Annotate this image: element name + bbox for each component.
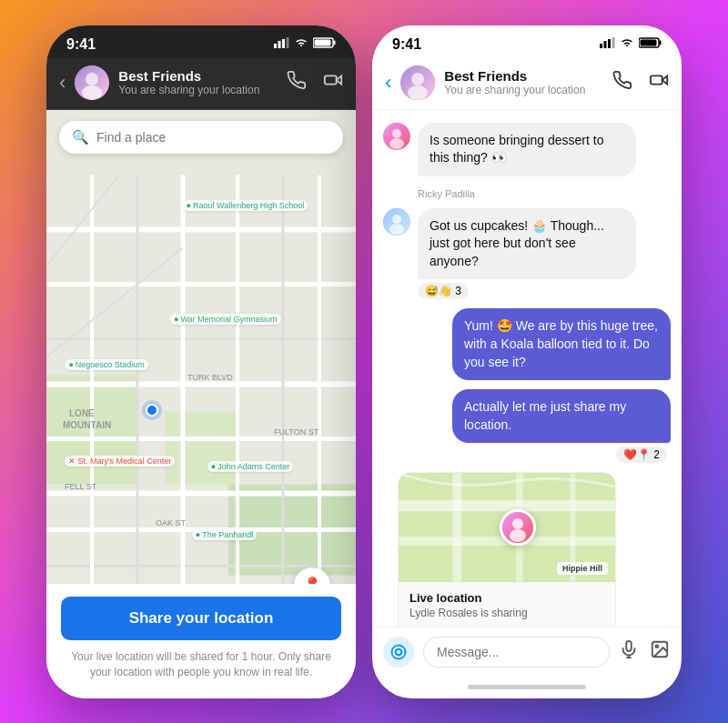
svg-rect-38 [600, 44, 602, 48]
map-place-gym: ●War Memorial Gymnasium [170, 314, 281, 325]
chat-subtitle-left: You are sharing your location [118, 84, 278, 96]
svg-rect-48 [651, 75, 662, 84]
live-location-sub: Lydie Rosales is sharing [410, 607, 604, 619]
video-button-right[interactable] [649, 70, 669, 95]
svg-point-55 [389, 224, 404, 235]
svg-text:FULTON ST: FULTON ST [274, 427, 319, 436]
back-button-right[interactable]: ‹ [385, 71, 391, 95]
message-row-2: Got us cupcakes! 🧁 Though... just got he… [383, 208, 671, 300]
call-button-left[interactable] [287, 70, 307, 95]
svg-rect-57 [399, 501, 615, 512]
svg-rect-1 [278, 41, 281, 48]
svg-rect-14 [165, 411, 238, 484]
chat-name-right: Best Friends [444, 68, 603, 84]
svg-point-52 [389, 138, 404, 149]
call-button-right[interactable] [612, 70, 632, 95]
right-phone: 9:41 ‹ Best Friends You are sh [372, 25, 682, 698]
wifi-icon-right [620, 37, 634, 51]
time-right: 9:41 [392, 36, 421, 53]
messages-list: Is someone bringing dessert to this thin… [372, 110, 682, 627]
message-text-2: Got us cupcakes! 🧁 Though... just got he… [430, 218, 604, 268]
chat-header-right: ‹ Best Friends You are sharing your loca… [372, 58, 682, 110]
camera-button[interactable] [383, 637, 414, 668]
svg-point-54 [392, 215, 401, 224]
gallery-button[interactable] [650, 639, 670, 665]
left-phone: 9:41 ‹ Best Friends You are sh [46, 25, 356, 698]
message-input[interactable] [423, 637, 610, 668]
sticker-button[interactable] [681, 639, 682, 665]
chat-subtitle-right: You are sharing your location [444, 84, 603, 96]
message-sender-1: Ricky Padilla [418, 188, 671, 199]
search-icon: 🔍 [72, 129, 89, 146]
message-bubble-2: Got us cupcakes! 🧁 Though... just got he… [418, 208, 636, 280]
svg-point-8 [86, 73, 98, 85]
svg-rect-67 [626, 640, 632, 650]
battery-icon-left [313, 37, 336, 51]
status-icons-left [274, 37, 336, 51]
map-place-hospital: ✕St. Mary's Medical Center [65, 456, 175, 467]
message-row-4: Actually let me just share my location. … [383, 389, 671, 463]
map-place-stadium: ●Negoesco Stadium [65, 359, 147, 370]
message-bubble-1: Is someone bringing dessert to this thin… [418, 123, 636, 176]
input-icons [619, 639, 682, 665]
svg-rect-0 [274, 44, 277, 48]
map-place-panhandle: ●The Panhandl [192, 529, 257, 540]
svg-rect-39 [604, 41, 607, 48]
time-left: 9:41 [66, 36, 96, 53]
wifi-icon-left [294, 37, 308, 51]
location-map-thumbnail: Hippie Hill [399, 473, 615, 582]
location-card: Hippie Hill Live location Lydie Rosales … [398, 472, 616, 626]
svg-point-71 [655, 645, 658, 648]
message-text-3: Yum! 🤩 We are by this huge tree, with a … [464, 318, 658, 368]
status-bar-right: 9:41 [372, 25, 682, 58]
location-card-row: Hippie Hill Live location Lydie Rosales … [383, 472, 671, 626]
live-location-label: Live location [410, 591, 604, 605]
header-info-right: Best Friends You are sharing your locati… [444, 68, 603, 96]
message-row-1: Is someone bringing dessert to this thin… [383, 123, 671, 176]
signal-icon-right [600, 37, 615, 51]
svg-text:LONE: LONE [69, 407, 95, 417]
avatar-right [400, 65, 435, 100]
svg-point-46 [411, 73, 424, 85]
svg-point-47 [408, 85, 428, 100]
share-disclaimer: Your live location will be shared for 1 … [61, 649, 341, 680]
chat-name-left: Best Friends [118, 68, 278, 84]
message-bubble-3: Yum! 🤩 We are by this huge tree, with a … [452, 308, 671, 380]
back-button-left[interactable]: ‹ [59, 71, 66, 95]
svg-rect-10 [325, 75, 337, 84]
mic-button[interactable] [619, 639, 639, 665]
video-button-left[interactable] [323, 70, 343, 95]
search-bar[interactable]: 🔍 [59, 121, 343, 154]
location-avatar-pin [500, 509, 536, 546]
svg-point-65 [396, 648, 402, 655]
avatar-left [75, 65, 109, 100]
hippie-hill-label: Hippie Hill [557, 562, 608, 575]
message-text-1: Is someone bringing dessert to this thin… [430, 133, 603, 166]
status-bar-left: 9:41 [46, 25, 356, 58]
svg-rect-44 [641, 40, 657, 46]
svg-rect-2 [282, 39, 285, 48]
svg-text:MOUNTAIN: MOUNTAIN [63, 419, 111, 429]
share-location-button[interactable]: Share your location [61, 597, 341, 640]
svg-point-63 [512, 518, 523, 529]
search-input[interactable] [96, 130, 330, 145]
svg-text:TURK BLVD: TURK BLVD [187, 372, 233, 381]
msg-avatar-2 [383, 208, 410, 236]
msg-avatar-1 [383, 123, 410, 150]
input-bar [372, 627, 682, 677]
message-bubble-4: Actually let me just share my location. [452, 389, 671, 443]
chat-header-left: ‹ Best Friends You are sharing your loca… [46, 58, 356, 110]
header-actions-left [287, 70, 343, 95]
svg-rect-43 [660, 41, 662, 45]
svg-point-64 [510, 529, 526, 542]
svg-rect-40 [608, 39, 611, 48]
svg-point-9 [82, 85, 102, 100]
svg-point-51 [392, 129, 401, 138]
header-actions-right [612, 70, 669, 95]
header-info-left: Best Friends You are sharing your locati… [118, 68, 278, 96]
map-place-adams: ●John Adams Center [207, 461, 293, 472]
messages-area: Is someone bringing dessert to this thin… [372, 110, 682, 627]
svg-rect-41 [612, 37, 615, 48]
battery-icon-right [639, 37, 662, 51]
reactions-2: 😅👋 3 [418, 283, 636, 299]
